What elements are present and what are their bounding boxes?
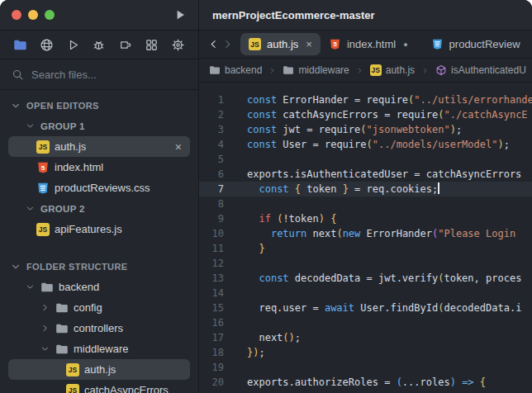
code-line-5[interactable]: 5 xyxy=(199,152,532,167)
breadcrumb-backend[interactable]: backend xyxy=(209,64,262,76)
line-number[interactable]: 19 xyxy=(199,360,224,375)
breadcrumb-auth.js[interactable]: JSauth.js xyxy=(370,64,415,76)
code-editor[interactable]: 1const ErrorHander = require("../utils/e… xyxy=(199,83,532,393)
tree-item-controllers[interactable]: controllers xyxy=(8,318,190,339)
line-number[interactable]: 14 xyxy=(199,286,224,301)
code-line-18[interactable]: 18}); xyxy=(199,345,532,360)
code-line-8[interactable]: 8 xyxy=(199,196,532,211)
close-window-button[interactable] xyxy=(12,10,21,20)
breadcrumb-separator-icon xyxy=(268,66,277,75)
code-line-6[interactable]: 6exports.isAuthenticatedUser = catchAsyn… xyxy=(199,167,532,182)
close-tab-icon[interactable]: × xyxy=(306,38,312,50)
code-line-2[interactable]: 2const catchAsyncErrors = require("./cat… xyxy=(199,107,532,122)
line-number[interactable]: 12 xyxy=(199,256,224,271)
breadcrumb: backendmiddlewareJSauth.jsisAuthenticate… xyxy=(199,59,532,83)
close-editor-icon[interactable]: × xyxy=(175,140,182,154)
line-number[interactable]: 17 xyxy=(199,330,224,345)
code-line-9[interactable]: 9 if (!token) { xyxy=(199,211,532,226)
line-number[interactable]: 18 xyxy=(199,345,224,360)
tab-productReview[interactable]: productReview xyxy=(423,33,527,55)
window-controls xyxy=(12,10,55,20)
line-content xyxy=(224,286,247,301)
line-content: const ErrorHander = require("../utils/er… xyxy=(224,92,532,107)
tab-bar: JSauth.js×5index.html●productReview xyxy=(199,31,532,59)
open-editor-auth.js[interactable]: JSauth.js× xyxy=(8,136,190,157)
breadcrumb-isAuthenticatedU[interactable]: isAuthenticatedU xyxy=(435,64,526,76)
open-editor-apiFeatures.js[interactable]: JSapiFeatures.js xyxy=(8,219,190,239)
js-icon: JS xyxy=(36,223,50,236)
code-line-7[interactable]: 7 const { token } = req.cookies; xyxy=(199,182,532,196)
code-line-4[interactable]: 4const User = require("../models/userMod… xyxy=(199,137,532,152)
item-label: apiFeatures.js xyxy=(55,223,122,235)
activity-globe-button[interactable] xyxy=(40,38,54,52)
line-number[interactable]: 6 xyxy=(199,167,224,182)
editor-group-header[interactable]: GROUP 1 xyxy=(0,116,198,136)
code-line-16[interactable]: 16 xyxy=(199,315,532,330)
editor-group-header[interactable]: GROUP 2 xyxy=(0,198,198,219)
minimize-window-button[interactable] xyxy=(28,10,38,20)
line-content xyxy=(224,256,247,271)
line-number[interactable]: 2 xyxy=(199,107,224,122)
tree-item-config[interactable]: config xyxy=(8,297,190,318)
tree-item-auth.js[interactable]: JSauth.js xyxy=(8,359,190,380)
line-content: const jwt = require("jsonwebtoken"); xyxy=(224,122,462,137)
line-number[interactable]: 16 xyxy=(199,315,224,330)
search-placeholder: Search files... xyxy=(31,69,97,81)
line-number[interactable]: 3 xyxy=(199,122,224,137)
search-input[interactable]: Search files... xyxy=(0,59,198,90)
line-number[interactable]: 8 xyxy=(199,196,224,211)
line-content: req.user = await User.findById(decodedDa… xyxy=(224,301,521,315)
section-open-editors[interactable]: OPEN EDITORS xyxy=(0,95,198,116)
code-line-14[interactable]: 14 xyxy=(199,286,532,301)
line-content: const catchAsyncErrors = require("./catc… xyxy=(224,107,528,122)
tab-navigation xyxy=(207,38,234,50)
maximize-window-button[interactable] xyxy=(45,10,55,20)
code-line-13[interactable]: 13 const decodedData = jwt.verify(token,… xyxy=(199,271,532,286)
code-line-3[interactable]: 3const jwt = require("jsonwebtoken"); xyxy=(199,122,532,137)
activity-apps-button[interactable] xyxy=(145,38,159,52)
line-number[interactable]: 7 xyxy=(199,182,224,196)
activity-extensions-button[interactable] xyxy=(118,38,132,52)
tabs: JSauth.js×5index.html●productReview xyxy=(240,31,527,58)
tree-item-backend[interactable]: backend xyxy=(8,277,190,297)
code-line-1[interactable]: 1const ErrorHander = require("../utils/e… xyxy=(199,92,532,107)
navigate-forward-icon[interactable] xyxy=(221,38,234,50)
activity-run-button[interactable] xyxy=(66,38,80,52)
line-number[interactable]: 9 xyxy=(199,211,224,226)
js-icon: JS xyxy=(36,140,50,154)
line-number[interactable]: 4 xyxy=(199,137,224,152)
breadcrumb-middleware[interactable]: middleware xyxy=(283,64,349,76)
line-number[interactable]: 13 xyxy=(199,271,224,286)
open-editor-index.html[interactable]: 5index.html xyxy=(8,157,190,178)
chevron-down-icon xyxy=(25,282,36,292)
search-icon xyxy=(12,69,24,81)
line-content: exports.authorizeRoles = (...roles) => { xyxy=(224,375,486,390)
code-line-19[interactable]: 19 xyxy=(199,360,532,375)
code-line-10[interactable]: 10 return next(new ErrorHander("Please L… xyxy=(199,226,532,241)
line-number[interactable]: 15 xyxy=(199,301,224,315)
code-line-17[interactable]: 17 next(); xyxy=(199,330,532,345)
line-number[interactable]: 20 xyxy=(199,375,224,390)
activity-explorer-button[interactable] xyxy=(13,38,27,52)
activity-bar xyxy=(0,31,198,59)
activity-settings-button[interactable] xyxy=(171,38,185,52)
line-number[interactable]: 10 xyxy=(199,226,224,241)
line-number[interactable]: 5 xyxy=(199,152,224,167)
explorer-icon xyxy=(13,38,27,52)
section-folder-structure[interactable]: FOLDER STRUCTURE xyxy=(0,256,198,277)
run-file-button[interactable] xyxy=(173,8,187,21)
tree-item-catchAsyncErrors[interactable]: JScatchAsyncErrors xyxy=(8,380,190,393)
code-line-20[interactable]: 20exports.authorizeRoles = (...roles) =>… xyxy=(199,375,532,390)
line-number[interactable]: 1 xyxy=(199,92,224,107)
code-line-15[interactable]: 15 req.user = await User.findById(decode… xyxy=(199,301,532,315)
code-line-11[interactable]: 11 } xyxy=(199,241,532,256)
tab-index.html[interactable]: 5index.html● xyxy=(321,33,416,55)
tab-auth.js[interactable]: JSauth.js× xyxy=(240,33,321,55)
tree-item-middleware[interactable]: middleware xyxy=(8,339,190,359)
code-line-12[interactable]: 12 xyxy=(199,256,532,271)
navigate-back-icon[interactable] xyxy=(207,38,220,50)
item-label: FOLDER STRUCTURE xyxy=(26,262,128,272)
line-number[interactable]: 11 xyxy=(199,241,224,256)
activity-debug-button[interactable] xyxy=(92,38,106,52)
open-editor-productReviews.css[interactable]: productReviews.css xyxy=(8,178,190,198)
